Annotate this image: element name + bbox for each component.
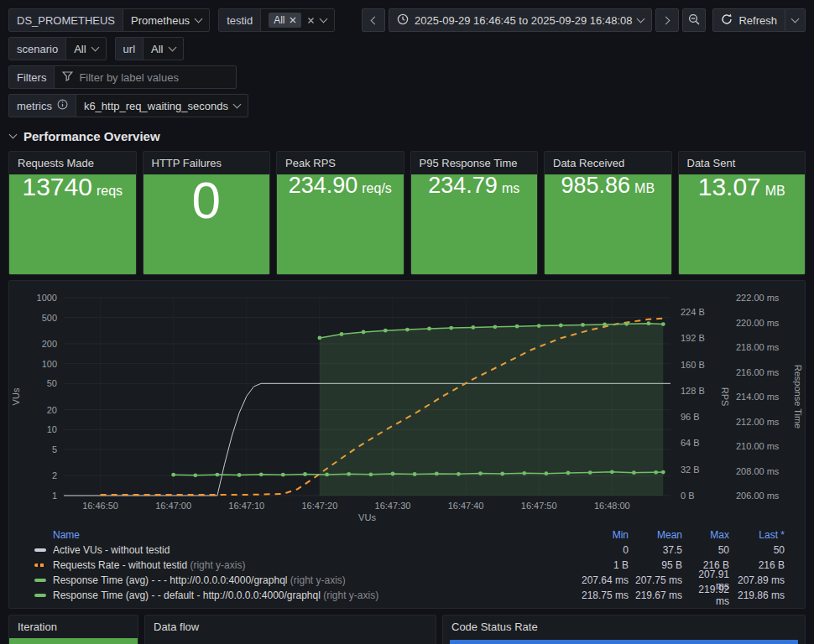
series-point	[259, 472, 264, 476]
clock-icon	[397, 13, 409, 28]
legend-last: 50	[729, 544, 785, 556]
info-icon[interactable]	[57, 99, 68, 112]
stat-panel: Data Sent13.07MB	[678, 151, 806, 275]
refresh-button[interactable]: Refresh	[712, 8, 785, 32]
remove-value-icon[interactable]	[290, 17, 296, 23]
time-back-button[interactable]	[362, 8, 385, 32]
series-point	[581, 323, 585, 327]
section-performance-overview[interactable]: Performance Overview	[10, 128, 806, 143]
legend-col-name[interactable]: Name	[34, 529, 575, 541]
legend-mean: 207.75 ms	[629, 574, 682, 586]
testid-select[interactable]: All	[261, 9, 333, 31]
filters-label: Filters	[9, 66, 55, 88]
datasource-select[interactable]: Prometheus	[123, 9, 209, 31]
testid-picker: testid All	[218, 8, 334, 32]
response-axis-tick: 218.00 ms	[736, 342, 780, 352]
legend-col-min[interactable]: Min	[575, 529, 629, 541]
time-forward-button[interactable]	[655, 8, 679, 32]
stat-value: 0	[192, 174, 221, 226]
stat-unit: ms	[502, 181, 519, 196]
datasource-picker: DS_PROMETHEUS Prometheus	[8, 8, 210, 32]
series-point	[384, 329, 388, 333]
vus-axis-tick: 1000	[37, 293, 57, 303]
stat-unit: reqs	[97, 184, 123, 199]
clear-all-icon[interactable]	[307, 17, 315, 24]
series-point	[493, 325, 498, 329]
time-range-text: 2025-09-29 16:46:45 to 2025-09-29 16:48:…	[415, 14, 633, 27]
x-axis-tick: 16:47:30	[375, 501, 411, 511]
series-area	[320, 324, 663, 496]
rps-axis-tick: 160 B	[681, 360, 705, 370]
filter-input[interactable]	[79, 71, 228, 84]
datasource-value: Prometheus	[131, 14, 190, 27]
series-name[interactable]: Response Time (avg) - - default - http:/…	[53, 589, 575, 601]
legend-last: 216 B	[729, 559, 785, 571]
url-label: url	[116, 38, 143, 60]
response-axis-tick: 214.00 ms	[736, 392, 780, 402]
series-point	[537, 324, 541, 328]
stat-value: 234.79	[428, 174, 498, 197]
legend-col-last[interactable]: Last *	[729, 529, 785, 541]
legend-mean: 37.5	[629, 544, 682, 556]
url-select[interactable]: All	[143, 38, 182, 60]
toolbar-row-3: Filters	[8, 65, 806, 89]
legend-row: Response Time (avg) - - - http://0.0.0.0…	[34, 573, 785, 588]
chevron-right-icon	[662, 16, 671, 24]
legend-col-max[interactable]: Max	[682, 529, 729, 541]
testid-value-tag[interactable]: All	[269, 13, 300, 28]
series-color-icon	[34, 579, 46, 582]
series-name[interactable]: Active VUs - without testid	[53, 544, 575, 556]
series-point	[624, 322, 629, 326]
x-axis-tick: 16:47:50	[521, 501, 557, 511]
rps-axis-title: RPS	[720, 387, 730, 407]
panel-title[interactable]: Iteration	[9, 615, 138, 638]
x-axis-tick: 16:48:00	[594, 501, 630, 511]
vus-axis-tick: 50	[47, 378, 57, 388]
series-point	[603, 323, 607, 327]
x-axis-label: VUs	[358, 512, 376, 522]
legend-body: Active VUs - without testid037.55050Requ…	[34, 543, 785, 603]
stat-value: 234.90	[289, 174, 358, 197]
series-name[interactable]: Requests Rate - without testid (right y-…	[53, 559, 575, 571]
refresh-interval-dropdown[interactable]	[785, 8, 806, 32]
stat-panel: Requests Made13740reqs	[8, 151, 137, 275]
legend-col-mean[interactable]: Mean	[629, 529, 682, 541]
panel-data-flow: Data flow	[144, 615, 436, 644]
stat-value: 13.07	[698, 174, 761, 200]
timeseries-panel: 1000500200100502010521224 B192 B160 B128…	[8, 280, 806, 609]
panel-body	[145, 638, 436, 644]
stat-title[interactable]: Data Sent	[679, 152, 806, 174]
stat-value-area: 0	[143, 174, 270, 274]
response-axis-tick: 210.00 ms	[736, 441, 780, 451]
series-point	[449, 326, 453, 330]
panel-title[interactable]: Data flow	[145, 615, 436, 638]
metrics-select[interactable]: k6_http_req_waiting_seconds	[76, 95, 248, 117]
x-axis-tick: 16:47:00	[155, 501, 191, 511]
series-point	[647, 321, 651, 325]
chart-svg-container: 1000500200100502010521224 B192 B160 B128…	[9, 286, 805, 527]
chevron-down-icon	[91, 44, 99, 52]
timeseries-chart[interactable]: 1000500200100502010521224 B192 B160 B128…	[9, 286, 805, 524]
rps-axis-tick: 32 B	[681, 465, 700, 475]
stat-value-area: 234.79ms	[411, 174, 538, 274]
vus-axis-tick: 1	[52, 491, 57, 501]
stat-title[interactable]: Data Received	[545, 152, 671, 174]
datasource-label: DS_PROMETHEUS	[9, 9, 123, 31]
scenario-select[interactable]: All	[66, 38, 105, 60]
chevron-left-icon	[371, 16, 379, 24]
section-title: Performance Overview	[23, 129, 160, 143]
time-range-button[interactable]: 2025-09-29 16:46:45 to 2025-09-29 16:48:…	[389, 8, 653, 32]
filter-funnel-icon	[62, 71, 73, 84]
stat-title[interactable]: P95 Response Time	[411, 152, 538, 174]
legend-min: 1 B	[575, 559, 629, 571]
legend-header: Name Min Mean Max Last *	[34, 527, 785, 543]
stat-title[interactable]: Peak RPS	[277, 152, 404, 174]
toolbar-row-2: scenario All url All	[8, 37, 806, 60]
stat-value-area: 985.86MB	[545, 174, 671, 274]
panel-title[interactable]: Code Status Rate	[443, 615, 805, 638]
stat-title[interactable]: Requests Made	[9, 152, 136, 174]
vus-axis-tick: 10	[47, 424, 57, 434]
zoom-out-button[interactable]	[682, 8, 706, 32]
vus-axis-tick: 2	[52, 470, 57, 480]
series-name[interactable]: Response Time (avg) - - - http://0.0.0.0…	[53, 574, 575, 586]
